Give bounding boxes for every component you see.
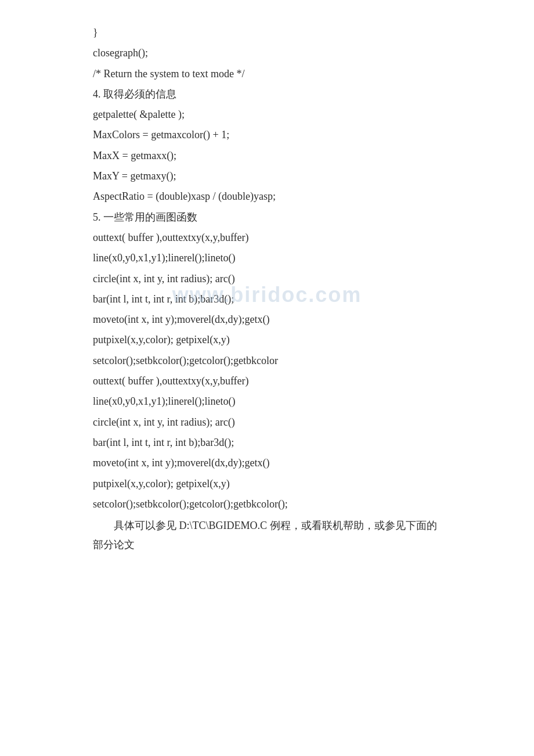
code-line-6: MaxColors = getmaxcolor() + 1; — [93, 125, 441, 145]
section-heading-10: 5. 一些常用的画图函数 — [93, 208, 441, 227]
code-line-15: moveto(int x, int y);moverel(dx,dy);getx… — [93, 310, 441, 329]
code-line-17: setcolor();setbkcolor();getcolor();getbk… — [93, 351, 441, 370]
code-line-12: line(x0,y0,x1,y1);linerel();lineto() — [93, 249, 441, 268]
code-line-14: bar(int l, int t, int r, int b);bar3d(); — [93, 290, 441, 309]
code-line-2: closegraph(); — [93, 44, 441, 63]
code-line-24: setcolor();setbkcolor();getcolor();getbk… — [93, 495, 441, 514]
code-line-11: outtext( buffer ),outtextxy(x,y,buffer) — [93, 228, 441, 247]
code-line-5: getpalette( &palette ); — [93, 105, 441, 124]
code-line-22: moveto(int x, int y);moverel(dx,dy);getx… — [93, 453, 441, 473]
code-line-19: line(x0,y0,x1,y1);linerel();lineto() — [93, 392, 441, 411]
code-line-8: MaxY = getmaxy(); — [93, 167, 441, 186]
section-heading-4: 4. 取得必须的信息 — [93, 85, 441, 104]
code-line-9: AspectRatio = (double)xasp / (double)yas… — [93, 187, 441, 206]
code-line-23: putpixel(x,y,color); getpixel(x,y) — [93, 474, 441, 494]
final-paragraph: 具体可以参见 D:\TC\BGIDEMO.C 例程，或看联机帮助，或参见下面的部… — [93, 516, 441, 555]
code-line-20: circle(int x, int y, int radius); arc() — [93, 413, 441, 432]
code-line-7: MaxX = getmaxx(); — [93, 146, 441, 165]
code-line-3: /* Return the system to text mode */ — [93, 64, 441, 84]
code-line-1: } — [93, 23, 441, 42]
code-line-21: bar(int l, int t, int r, int b);bar3d(); — [93, 433, 441, 452]
page-content: www.biridoc.com } closegraph(); /* Retur… — [0, 0, 534, 590]
code-line-13: circle(int x, int y, int radius); arc() — [93, 269, 441, 289]
code-line-16: putpixel(x,y,color); getpixel(x,y) — [93, 330, 441, 350]
code-line-18: outtext( buffer ),outtextxy(x,y,buffer) — [93, 372, 441, 391]
